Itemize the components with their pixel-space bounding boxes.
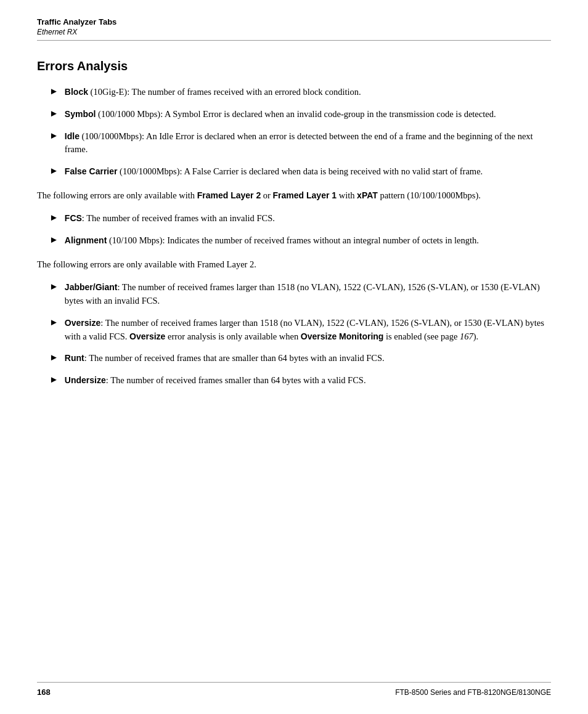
layer2-bullet-list: ► Jabber/Giant: The number of received f… xyxy=(37,281,551,387)
list-item: ► Oversize: The number of received frame… xyxy=(37,317,551,344)
page-header: Traffic Analyzer Tabs Ethernet RX xyxy=(0,0,588,36)
term-undersize: Undersize xyxy=(65,375,106,385)
arrow-icon: ► xyxy=(49,213,59,223)
term-oversize: Oversize xyxy=(65,318,100,328)
term-fcs: FCS xyxy=(65,213,82,223)
list-item: ► Undersize: The number of received fram… xyxy=(37,374,551,387)
term-false-carrier: False Carrier xyxy=(65,166,118,176)
page: Traffic Analyzer Tabs Ethernet RX Errors… xyxy=(0,0,588,714)
arrow-icon: ► xyxy=(49,352,59,363)
term-alignment: Alignment xyxy=(65,235,107,245)
list-item: ► Symbol (100/1000 Mbps): A Symbol Error… xyxy=(37,108,551,121)
term-symbol: Symbol xyxy=(65,109,96,119)
bullet-text-block: Block (10Gig-E): The number of frames re… xyxy=(65,86,361,99)
bullet-text-fcs: FCS: The number of received frames with … xyxy=(65,212,275,225)
bullet-text-oversize: Oversize: The number of received frames … xyxy=(65,317,551,344)
bullet-text-symbol: Symbol (100/1000 Mbps): A Symbol Error i… xyxy=(65,108,496,121)
bullet-text-false-carrier: False Carrier (100/1000Mbps): A False Ca… xyxy=(65,165,483,179)
term-jabber: Jabber/Giant xyxy=(65,282,118,292)
bullet-text-jabber: Jabber/Giant: The number of received fra… xyxy=(65,281,551,308)
bullet-text-alignment: Alignment (10/100 Mbps): Indicates the n… xyxy=(65,234,479,248)
list-item: ► False Carrier (100/1000Mbps): A False … xyxy=(37,165,551,179)
page-footer: 168 FTB-8500 Series and FTB-8120NGE/8130… xyxy=(37,682,551,697)
list-item: ► Block (10Gig-E): The number of frames … xyxy=(37,86,551,99)
arrow-icon: ► xyxy=(49,86,59,97)
main-content: Errors Analysis ► Block (10Gig-E): The n… xyxy=(0,41,588,434)
arrow-icon: ► xyxy=(49,375,59,385)
list-item: ► Jabber/Giant: The number of received f… xyxy=(37,281,551,308)
bullet-text-runt: Runt: The number of received frames that… xyxy=(65,352,385,365)
term-block: Block xyxy=(65,87,88,97)
list-item: ► FCS: The number of received frames wit… xyxy=(37,212,551,225)
term-runt: Runt xyxy=(65,353,84,363)
arrow-icon: ► xyxy=(49,317,59,328)
paragraph-layer2-intro: The following errors are only available … xyxy=(37,258,551,271)
arrow-icon: ► xyxy=(49,282,59,292)
main-bullet-list: ► Block (10Gig-E): The number of frames … xyxy=(37,86,551,179)
section-title: Errors Analysis xyxy=(37,59,551,73)
bullet-text-undersize: Undersize: The number of received frames… xyxy=(65,374,366,387)
paragraph-framed-intro: The following errors are only available … xyxy=(37,189,551,203)
header-subtitle: Ethernet RX xyxy=(37,28,551,36)
arrow-icon: ► xyxy=(49,108,59,119)
header-title: Traffic Analyzer Tabs xyxy=(37,17,551,26)
arrow-icon: ► xyxy=(49,235,59,245)
list-item: ► Idle (100/1000Mbps): An Idle Error is … xyxy=(37,130,551,157)
bullet-text-idle: Idle (100/1000Mbps): An Idle Error is de… xyxy=(65,130,551,157)
term-idle: Idle xyxy=(65,131,80,141)
footer-product-name: FTB-8500 Series and FTB-8120NGE/8130NGE xyxy=(395,688,551,697)
arrow-icon: ► xyxy=(49,131,59,141)
framed-bullet-list: ► FCS: The number of received frames wit… xyxy=(37,212,551,248)
list-item: ► Alignment (10/100 Mbps): Indicates the… xyxy=(37,234,551,248)
footer-page-number: 168 xyxy=(37,688,51,697)
list-item: ► Runt: The number of received frames th… xyxy=(37,352,551,365)
arrow-icon: ► xyxy=(49,166,59,176)
